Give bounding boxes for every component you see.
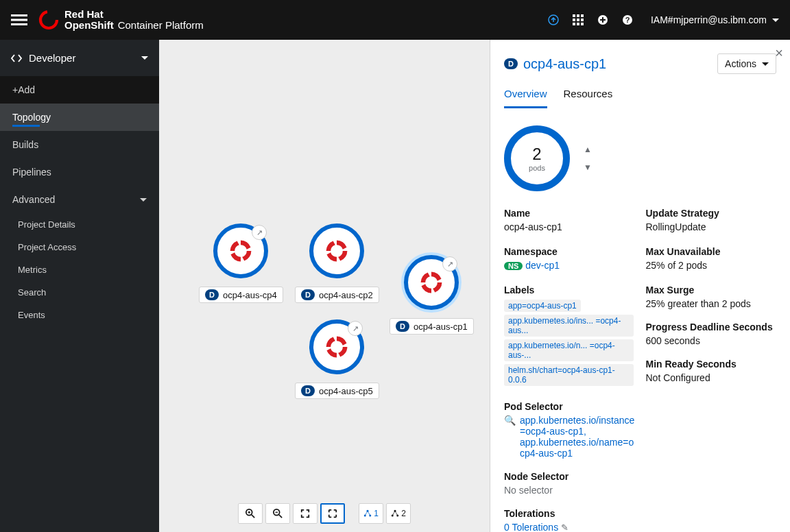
topology-node[interactable]: Docp4-aus-cp2 — [295, 223, 379, 303]
node-label[interactable]: Docp4-aus-cp2 — [295, 287, 379, 303]
label-chip[interactable]: app.kubernetes.io/ins... =ocp4-aus... — [504, 315, 634, 337]
svg-line-34 — [392, 511, 395, 516]
edit-url-icon[interactable]: ↗ — [348, 321, 363, 336]
actions-label: Actions — [725, 58, 756, 69]
sidebar-item-metrics[interactable]: Metrics — [0, 258, 159, 281]
add-icon[interactable] — [590, 8, 615, 32]
node-circle[interactable]: ↗ — [309, 319, 364, 374]
tolerations-link[interactable]: 0 Tolerations — [504, 522, 558, 532]
layout-1-button[interactable]: 1 — [359, 503, 383, 524]
sidebar-item-pipelines[interactable]: Pipelines — [0, 158, 159, 186]
sidebar-item-project-access[interactable]: Project Access — [0, 236, 159, 258]
user-menu[interactable]: IAM#mjperrin@us.ibm.com — [651, 14, 779, 25]
topology-node[interactable]: ↗Docp4-aus-cp4 — [199, 223, 283, 303]
pod-count: 2 — [532, 145, 541, 164]
edit-url-icon[interactable]: ↗ — [442, 256, 457, 271]
namespace-link[interactable]: dev-cp1 — [525, 260, 560, 271]
search-icon: 🔍 — [504, 415, 516, 459]
canvas-toolbar: 1 2 — [238, 503, 411, 524]
detail-update-strategy: Update Strategy RollingUpdate — [646, 208, 777, 232]
svg-line-24 — [279, 515, 282, 518]
svg-rect-9 — [577, 19, 579, 21]
actions-dropdown[interactable]: Actions — [717, 53, 776, 74]
detail-max-unavailable: Max Unavailable 25% of 2 pods — [646, 246, 777, 271]
detail-pod-selector: Pod Selector 🔍 app.kubernetes.io/instanc… — [504, 401, 635, 459]
pod-selector-link[interactable]: app.kubernetes.io/instance=ocp4-aus-cp1,… — [520, 415, 635, 459]
close-icon[interactable]: × — [775, 45, 783, 61]
detail-max-surge: Max Surge 25% greater than 2 pods Progre… — [646, 285, 777, 387]
pod-ring[interactable]: 2 pods — [504, 125, 570, 191]
panel-title: D ocp4-aus-cp1 — [504, 56, 606, 72]
edit-icon[interactable]: ✎ — [561, 522, 568, 532]
sidebar-item-builds[interactable]: Builds — [0, 131, 159, 158]
resource-name-link[interactable]: ocp4-aus-cp1 — [523, 56, 606, 72]
hamburger-menu-icon[interactable] — [11, 12, 27, 28]
chevron-down-icon — [141, 56, 148, 60]
perspective-label: Developer — [29, 52, 75, 64]
svg-rect-10 — [581, 19, 584, 21]
tab-overview[interactable]: Overview — [504, 88, 547, 108]
node-label[interactable]: Docp4-aus-cp4 — [199, 287, 283, 303]
sidebar: Developer +Add Topology Builds Pipelines… — [0, 40, 159, 532]
code-icon — [11, 53, 22, 64]
node-label[interactable]: Docp4-aus-cp1 — [390, 318, 474, 335]
node-label[interactable]: Docp4-aus-cp5 — [295, 383, 379, 399]
help-icon[interactable]: ? — [615, 8, 640, 32]
brand-logo[interactable]: Red Hat OpenShift Container Platform — [38, 9, 204, 32]
deployment-badge: D — [504, 58, 518, 69]
user-label: IAM#mjperrin@us.ibm.com — [651, 14, 767, 25]
detail-node-selector: Node Selector No selector — [504, 471, 776, 496]
perspective-switcher[interactable]: Developer — [0, 40, 159, 76]
tab-resources[interactable]: Resources — [564, 88, 613, 108]
node-name: ocp4-aus-cp5 — [319, 386, 373, 396]
brand-line2a: OpenShift — [64, 20, 114, 32]
node-name: ocp4-aus-cp4 — [223, 290, 277, 300]
detail-tolerations: Tolerations 0 Tolerations✎ — [504, 508, 776, 532]
svg-rect-6 — [577, 14, 579, 17]
chevron-down-icon — [772, 19, 779, 22]
sidebar-item-project-details[interactable]: Project Details — [0, 213, 159, 236]
label-chip[interactable]: app=ocp4-aus-cp1 — [504, 300, 581, 312]
panel-tabs: Overview Resources — [504, 88, 776, 109]
scale-down-icon[interactable]: ▼ — [584, 162, 592, 172]
scale-up-icon[interactable]: ▲ — [584, 145, 592, 154]
edit-url-icon[interactable]: ↗ — [252, 225, 267, 240]
svg-line-29 — [365, 511, 368, 516]
zoom-out-button[interactable] — [265, 503, 290, 524]
fit-to-screen-button[interactable] — [293, 503, 318, 524]
apps-icon[interactable] — [566, 8, 590, 32]
sidebar-item-topology[interactable]: Topology — [0, 104, 159, 131]
pod-label: pods — [529, 164, 545, 172]
reset-view-button[interactable] — [320, 503, 345, 524]
svg-text:?: ? — [625, 16, 630, 24]
sidebar-item-events[interactable]: Events — [0, 304, 159, 326]
svg-rect-11 — [573, 23, 575, 25]
zoom-in-button[interactable] — [238, 503, 263, 524]
svg-rect-5 — [573, 14, 575, 17]
node-name: ocp4-aus-cp1 — [414, 322, 468, 332]
node-circle[interactable]: ↗ — [213, 223, 268, 278]
node-circle[interactable] — [309, 223, 364, 278]
detail-namespace: Namespace NSdev-cp1 — [504, 246, 635, 271]
topology-node[interactable]: ↗Docp4-aus-cp5 — [295, 319, 379, 399]
chevron-down-icon — [140, 198, 147, 202]
svg-rect-2 — [11, 23, 27, 25]
sidebar-item-advanced[interactable]: Advanced — [0, 186, 159, 213]
label-chip[interactable]: app.kubernetes.io/n... =ocp4-aus-... — [504, 339, 634, 361]
deployment-badge: D — [301, 385, 315, 396]
svg-rect-13 — [581, 23, 584, 25]
label-chip[interactable]: helm.sh/chart=ocp4-aus-cp1-0.0.6 — [504, 364, 634, 386]
namespace-badge: NS — [504, 262, 523, 270]
sidebar-add[interactable]: +Add — [0, 76, 159, 104]
layout-2-button[interactable]: 2 — [386, 503, 411, 524]
svg-rect-0 — [11, 14, 27, 16]
topology-node[interactable]: ↗Docp4-aus-cp1 — [390, 255, 474, 335]
upload-icon[interactable] — [541, 8, 566, 32]
topology-canvas[interactable]: ↗Docp4-aus-cp4Docp4-aus-cp2↗Docp4-aus-cp… — [159, 40, 490, 532]
detail-labels: Labels app=ocp4-aus-cp1app.kubernetes.io… — [504, 285, 635, 387]
node-circle[interactable]: ↗ — [404, 255, 459, 310]
svg-line-35 — [395, 511, 398, 516]
sidebar-item-search[interactable]: Search — [0, 281, 159, 304]
svg-rect-7 — [581, 14, 584, 17]
brand-line2b: Container Platform — [118, 20, 204, 32]
